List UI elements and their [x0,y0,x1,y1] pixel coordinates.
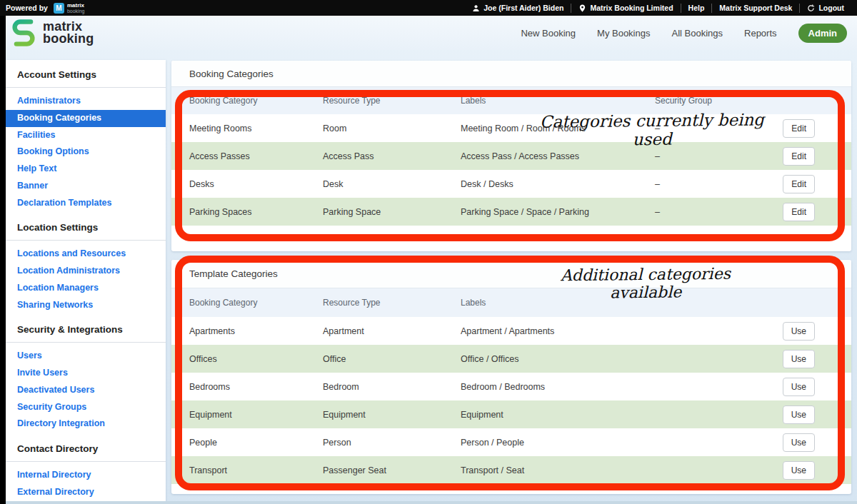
use-button[interactable]: Use [783,322,815,341]
window-left-edge [0,0,6,504]
column-header-labels: Labels [461,96,655,106]
settings-sidebar: Account Settings AdministratorsBooking C… [6,60,166,504]
sidebar-heading-account-settings: Account Settings [6,60,166,87]
app-header: matrix booking New Booking My Bookings A… [0,16,857,50]
cell-resource-type: Bedroom [323,382,461,392]
organisation-name: Matrix Booking Limited [590,4,673,12]
matrix-booking-logo[interactable]: matrix booking [10,17,94,49]
cell-labels: Transport / Seat [461,465,783,475]
logo-s-mark-icon [10,17,37,49]
table-row: Parking Spaces Parking Space Parking Spa… [171,198,851,226]
sidebar-item[interactable]: Locations and Resources [6,246,166,263]
column-header-resource-type: Resource Type [323,96,461,106]
sidebar-item[interactable]: Facilities [6,127,166,144]
sidebar-item[interactable]: Declaration Templates [6,195,166,212]
sidebar-item[interactable]: Location Managers [6,280,166,297]
booking-categories-panel: Booking Categories Booking Category Reso… [171,61,851,251]
cell-booking-category: Apartments [189,326,323,336]
cell-resource-type: Parking Space [323,207,461,217]
sidebar-item[interactable]: Directory Integration [6,415,166,433]
use-button[interactable]: Use [783,378,815,396]
cell-labels: Equipment [461,410,783,420]
table-row: Offices Office Office / Offices Use [171,345,851,373]
table-row: Equipment Equipment Equipment Use [171,400,851,428]
organisation-menu[interactable]: Matrix Booking Limited [571,0,680,16]
cell-labels: Bedroom / Bedrooms [461,382,783,392]
matrix-m-icon: M [54,3,64,14]
user-menu[interactable]: Joe (First Aider) Biden [465,0,571,16]
cell-booking-category: People [189,438,323,448]
column-header-labels: Labels [461,298,815,308]
cell-resource-type: Office [323,354,461,364]
cell-labels: Apartment / Apartments [461,326,783,336]
sidebar-item[interactable]: Security Groups [6,399,166,416]
cell-booking-category: Bedrooms [189,382,323,392]
sidebar-item[interactable]: Invite Users [6,365,166,382]
cell-resource-type: Equipment [323,410,461,420]
cell-labels: Access Pass / Access Passes [461,151,655,161]
admin-badge[interactable]: Admin [798,24,847,43]
table-row: Apartments Apartment Apartment / Apartme… [171,317,851,345]
cell-resource-type: Apartment [323,326,461,336]
cell-resource-type: Passenger Seat [323,465,461,475]
sidebar-item[interactable]: Internal Directory [6,467,166,484]
cell-labels: Meeting Room / Room / Rooms [461,124,655,133]
mini-logo-line1: matrix [67,3,85,9]
use-button[interactable]: Use [783,461,815,480]
support-desk-link[interactable]: Matrix Support Desk [712,0,799,16]
nav-reports[interactable]: Reports [744,28,777,39]
sidebar-item[interactable]: Booking Options [6,143,166,161]
table-row: Transport Passenger Seat Transport / Sea… [171,456,851,484]
nav-new-booking[interactable]: New Booking [521,28,576,39]
cell-booking-category: Access Passes [189,151,323,161]
logout-refresh-icon [807,4,815,12]
table-row: Access Passes Access Pass Access Pass / … [171,142,851,170]
top-utility-bar: Powered by M matrix booking Joe (First A… [0,0,857,16]
user-name: Joe (First Aider) Biden [483,4,563,12]
table-row: Meeting Rooms Room Meeting Room / Room /… [171,114,851,142]
sidebar-item[interactable]: Banner [6,178,166,195]
sidebar-heading-location-settings: Location Settings [6,213,166,240]
logout-button[interactable]: Logout [800,0,851,16]
table-row: Bedrooms Bedroom Bedroom / Bedrooms Use [171,373,851,400]
use-button[interactable]: Use [783,350,815,368]
template-categories-panel: Template Categories Booking Category Res… [171,260,851,494]
edit-button[interactable]: Edit [783,147,815,166]
table-header-row: Booking Category Resource Type Labels [171,288,851,317]
cell-labels: Office / Offices [461,354,783,364]
sidebar-item[interactable]: Help Text [6,161,166,178]
sidebar-item[interactable]: Location Administrators [6,263,166,280]
sidebar-item[interactable]: Sharing Networks [6,297,166,314]
sidebar-item[interactable]: Users [6,348,166,365]
window-bottom-edge [0,501,857,504]
cell-booking-category: Desks [189,179,323,189]
cell-booking-category: Equipment [189,410,323,420]
use-button[interactable]: Use [783,405,815,424]
person-icon [472,4,480,12]
sidebar-item[interactable]: External Directory [6,484,166,501]
use-button[interactable]: Use [783,433,815,452]
cell-resource-type: Access Pass [323,151,461,161]
nav-all-bookings[interactable]: All Bookings [671,28,723,39]
cell-booking-category: Offices [189,354,323,364]
edit-button[interactable]: Edit [783,119,815,138]
cell-security-group: – [655,207,783,217]
sidebar-item[interactable]: Administrators [6,93,166,110]
panel-title: Booking Categories [171,61,851,87]
cell-resource-type: Person [323,438,461,448]
cell-labels: Desk / Desks [461,179,655,189]
table-row: Desks Desk Desk / Desks – Edit [171,170,851,198]
table-row: People Person Person / People Use [171,428,851,456]
cell-booking-category: Meeting Rooms [189,124,323,133]
sidebar-item[interactable]: Deactivated Users [6,382,166,399]
logo-text-line2: booking [43,33,94,45]
location-pin-icon [578,4,586,12]
edit-button[interactable]: Edit [783,203,815,221]
edit-button[interactable]: Edit [783,175,815,193]
powered-by-logo: M matrix booking [54,3,85,14]
help-link[interactable]: Help [681,0,712,16]
sidebar-item[interactable]: Booking Categories [6,110,166,127]
nav-my-bookings[interactable]: My Bookings [597,28,650,39]
column-header-booking-category: Booking Category [189,298,323,308]
cell-security-group: – [655,124,783,133]
